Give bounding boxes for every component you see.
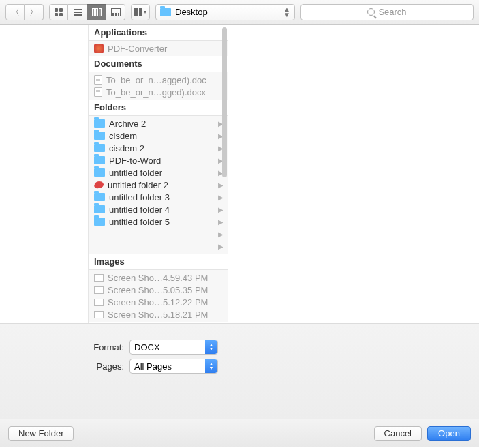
search-field[interactable]: Search — [300, 4, 474, 20]
arrange-icon — [134, 8, 142, 16]
list-item: Screen Sho…5.12.22 PM — [89, 296, 228, 308]
list-item-label: Screen Sho…5.12.22 PM — [108, 297, 208, 308]
list-item[interactable]: untitled folder▶ — [89, 166, 228, 179]
updown-icon: ▲▼ — [205, 359, 217, 373]
view-column-button[interactable] — [87, 4, 106, 20]
updown-icon: ▲▼ — [205, 340, 217, 354]
disclosure-arrow-icon: ▶ — [218, 194, 223, 201]
image-icon — [94, 299, 104, 306]
disclosure-arrow-icon: ▶ — [218, 243, 223, 250]
app-icon — [94, 44, 104, 53]
view-mode-buttons — [49, 4, 125, 20]
forward-button[interactable]: 〉 — [25, 4, 44, 20]
list-item-label: Screen Sho…5.05.35 PM — [108, 285, 208, 295]
disclosure-arrow-icon: ▶ — [218, 218, 223, 226]
list-item-label: cisdem — [109, 131, 137, 141]
new-folder-button[interactable]: New Folder — [8, 426, 74, 441]
list-item[interactable]: Archive 2▶ — [89, 117, 228, 130]
folder-icon — [94, 218, 105, 226]
list-item: Screen Sho…4.59.43 PM — [89, 271, 228, 284]
list-item-label: To_be_or_n…agged).doc — [106, 75, 206, 85]
pages-select[interactable]: All Pages ▲▼ — [129, 359, 218, 374]
list-item[interactable]: ▶ — [89, 228, 228, 240]
arrange-button[interactable]: ▾ — [131, 4, 150, 20]
bottom-bar: New Folder Cancel Open — [0, 419, 479, 447]
format-select[interactable]: DOCX ▲▼ — [129, 340, 218, 355]
updown-icon: ▲▼ — [283, 7, 290, 18]
list-icon — [74, 9, 82, 16]
group-body: PDF-Converter — [89, 41, 228, 56]
list-item-label: Screen Sho…4.59.43 PM — [108, 273, 208, 283]
nav-buttons: 〈 〉 — [5, 4, 44, 20]
image-icon — [94, 311, 104, 318]
chevron-right-icon: 〉 — [29, 6, 38, 18]
toolbar: 〈 〉 ▾ Desktop ▲▼ Search — [0, 0, 479, 25]
group-body: Archive 2▶cisdem▶cisdem 2▶PDF-to-Word▶un… — [89, 116, 228, 254]
list-item-label: untitled folder 3 — [109, 192, 170, 203]
format-value: DOCX — [134, 342, 160, 353]
folder-icon — [94, 132, 105, 140]
search-placeholder: Search — [378, 7, 406, 17]
document-icon — [94, 75, 102, 85]
list-item[interactable]: untitled folder 4▶ — [89, 203, 228, 215]
folder-icon — [94, 119, 105, 128]
list-item-label: PDF-to-Word — [109, 155, 161, 166]
columns-icon — [92, 8, 102, 16]
chevron-left-icon: 〈 — [11, 6, 20, 18]
list-item-label: untitled folder 5 — [109, 217, 170, 227]
search-icon — [367, 8, 375, 16]
list-item-label: untitled folder 4 — [109, 205, 170, 215]
scrollbar[interactable] — [222, 27, 227, 177]
list-item: Screen Sho…5.05.35 PM — [89, 284, 228, 296]
group-body: To_be_or_n…agged).docTo_be_or_n…gged).do… — [89, 72, 228, 100]
list-item: To_be_or_n…agged).doc — [89, 74, 228, 86]
group-body: Screen Sho…4.59.43 PMScreen Sho…5.05.35 … — [89, 270, 228, 322]
list-item[interactable]: untitled folder 2▶ — [89, 179, 228, 191]
disclosure-arrow-icon: ▶ — [218, 206, 223, 213]
folder-icon — [94, 205, 105, 213]
location-popup[interactable]: Desktop ▲▼ — [155, 4, 295, 20]
list-item: To_be_or_n…gged).docx — [89, 86, 228, 98]
format-label: Format: — [0, 342, 129, 353]
list-item: PDF-Converter — [89, 42, 228, 55]
folder-icon — [94, 156, 105, 164]
image-icon — [94, 274, 104, 282]
disclosure-arrow-icon: ▶ — [218, 230, 223, 238]
list-item-label: PDF-Converter — [108, 44, 167, 54]
group-header: Images — [89, 254, 228, 270]
disclosure-arrow-icon: ▶ — [218, 181, 223, 189]
group-header: Applications — [89, 25, 228, 41]
browser-column-3 — [365, 25, 479, 323]
folder-icon — [94, 193, 105, 201]
browser-column-1: ApplicationsPDF-ConverterDocumentsTo_be_… — [89, 25, 228, 323]
list-item-label: cisdem 2 — [109, 143, 144, 153]
cancel-button[interactable]: Cancel — [374, 426, 422, 441]
group-header: Documents — [89, 56, 228, 72]
list-item-label: Screen Sho…5.18.21 PM — [108, 310, 208, 320]
back-button[interactable]: 〈 — [5, 4, 25, 20]
view-list-button[interactable] — [68, 4, 87, 20]
list-item-label: untitled folder — [109, 168, 162, 178]
list-item-label: To_be_or_n…gged).docx — [106, 87, 206, 98]
list-item[interactable]: cisdem▶ — [89, 130, 228, 142]
list-item-label: untitled folder 2 — [108, 180, 168, 190]
list-item[interactable]: cisdem 2▶ — [89, 142, 228, 154]
list-item[interactable]: ▶ — [89, 240, 228, 252]
chevron-down-icon: ▾ — [144, 9, 146, 15]
view-coverflow-button[interactable] — [106, 4, 125, 20]
tagged-folder-icon — [93, 180, 104, 189]
group-header: Folders — [89, 100, 228, 116]
pages-value: All Pages — [134, 361, 172, 372]
list-item-label: Archive 2 — [109, 119, 146, 129]
open-button[interactable]: Open — [427, 426, 471, 441]
grid-icon — [55, 8, 63, 16]
list-item[interactable]: PDF-to-Word▶ — [89, 154, 228, 166]
list-item: Screen Sho…5.18.21 PM — [89, 308, 228, 320]
list-item[interactable]: untitled folder 5▶ — [89, 215, 228, 228]
list-item[interactable]: untitled folder 3▶ — [89, 191, 228, 203]
browser-column-0 — [0, 25, 89, 323]
coverflow-icon — [111, 8, 121, 16]
view-icon-button[interactable] — [49, 4, 68, 20]
image-icon — [94, 286, 104, 294]
document-icon — [94, 87, 102, 97]
